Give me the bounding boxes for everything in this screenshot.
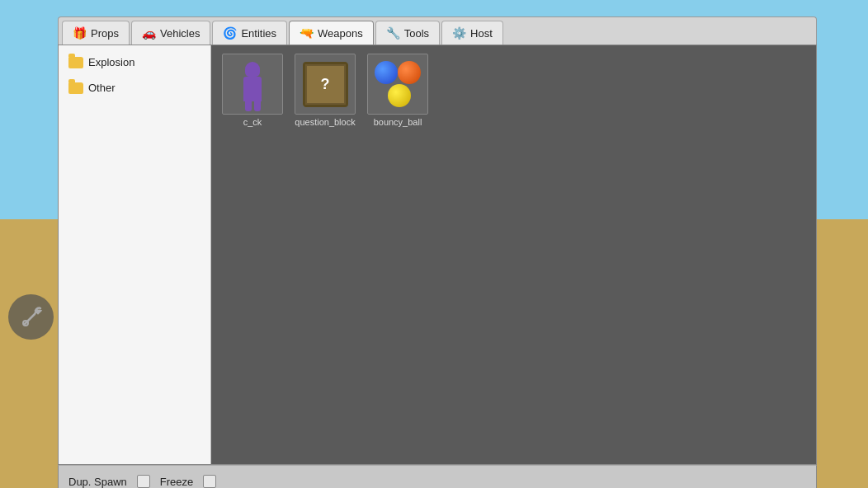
item-c-ck[interactable]: c_ck	[219, 54, 285, 456]
tab-host-label: Host	[470, 27, 493, 40]
tools-icon: 🔧	[386, 26, 400, 40]
tab-entities-label: Entities	[241, 27, 276, 40]
purple-leg-right	[254, 101, 261, 111]
entities-icon: 🌀	[223, 26, 237, 40]
content-area: Explosion Other	[58, 45, 817, 465]
sidebar-label-other: Other	[88, 82, 116, 94]
tab-bar: 🎁 Props 🚗 Vehicles 🌀 Entities 🔫 Weapons …	[58, 16, 817, 45]
tab-tools[interactable]: 🔧 Tools	[375, 21, 440, 45]
purple-leg-left	[245, 101, 252, 111]
weapons-icon: 🔫	[300, 26, 314, 40]
sidebar-item-explosion[interactable]: Explosion	[59, 49, 210, 75]
folder-icon-other	[68, 82, 83, 94]
tab-weapons[interactable]: 🔫 Weapons	[289, 21, 374, 45]
ball-container	[373, 59, 422, 109]
purple-body	[243, 77, 262, 101]
freeze-checkbox[interactable]	[203, 475, 216, 488]
tab-props-label: Props	[91, 27, 119, 40]
purple-figure	[240, 62, 265, 107]
item-c-ck-label: c_ck	[243, 117, 262, 127]
ball-orange	[398, 61, 421, 84]
item-c-ck-preview	[222, 54, 283, 115]
sidebar-item-other[interactable]: Other	[59, 75, 210, 101]
purple-legs	[240, 101, 265, 111]
folder-icon-explosion	[68, 57, 83, 68]
item-bouncy-ball[interactable]: bouncy_ball	[365, 54, 431, 456]
tab-vehicles[interactable]: 🚗 Vehicles	[131, 21, 210, 45]
items-area: c_ck ? question_block	[211, 45, 816, 464]
tab-tools-label: Tools	[404, 27, 429, 40]
sidebar: Explosion Other	[59, 45, 211, 464]
ball-yellow	[388, 84, 411, 107]
host-icon: ⚙️	[452, 26, 466, 40]
item-question-block[interactable]: ? question_block	[292, 54, 358, 456]
dup-spawn-checkbox[interactable]	[137, 475, 150, 488]
wrench-icon	[8, 294, 54, 340]
tab-weapons-label: Weapons	[318, 27, 363, 40]
props-icon: 🎁	[73, 26, 87, 40]
freeze-label: Freeze	[160, 476, 193, 488]
item-question-block-preview: ?	[295, 54, 356, 115]
question-block-image: ?	[303, 62, 348, 107]
main-panel: 🎁 Props 🚗 Vehicles 🌀 Entities 🔫 Weapons …	[58, 16, 817, 478]
items-grid: c_ck ? question_block	[219, 54, 808, 456]
footer: Dup. Spawn Freeze	[58, 465, 817, 488]
item-bouncy-ball-label: bouncy_ball	[374, 117, 422, 127]
sidebar-label-explosion: Explosion	[88, 56, 134, 68]
vehicles-icon: 🚗	[142, 26, 156, 40]
tab-vehicles-label: Vehicles	[160, 27, 200, 40]
ball-blue	[375, 61, 398, 84]
tab-host[interactable]: ⚙️ Host	[441, 21, 503, 45]
item-question-block-label: question_block	[295, 117, 355, 127]
tab-props[interactable]: 🎁 Props	[62, 21, 130, 45]
item-bouncy-ball-preview	[367, 54, 428, 115]
dup-spawn-label: Dup. Spawn	[68, 476, 127, 488]
tab-entities[interactable]: 🌀 Entities	[212, 21, 287, 45]
purple-head	[245, 62, 260, 77]
